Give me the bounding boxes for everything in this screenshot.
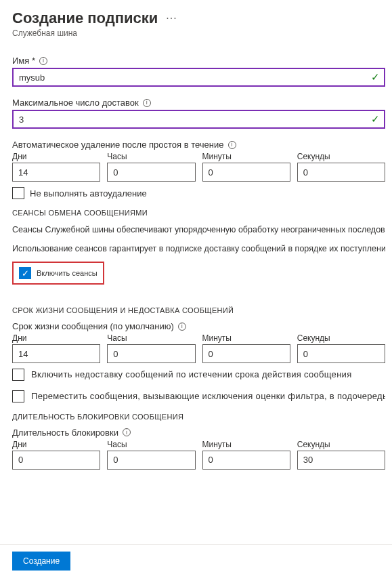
autodelete-seconds-input[interactable] — [297, 163, 385, 182]
deadletter-label: Включить недоставку сообщений по истечен… — [31, 369, 352, 381]
ttl-days-input[interactable] — [12, 344, 100, 363]
autodelete-label: Автоматическое удаление после простоя в … — [12, 140, 385, 150]
max-deliveries-label: Максимальное число доставок i — [12, 98, 385, 108]
seconds-label: Секунды — [297, 152, 385, 161]
info-icon[interactable]: i — [143, 99, 151, 107]
days-label: Дни — [12, 333, 100, 343]
enable-sessions-highlight: ✓ Включить сеансы — [12, 262, 104, 285]
info-icon[interactable]: i — [228, 141, 236, 149]
ttl-label: Срок жизни сообщения (по умолчанию) i — [12, 321, 385, 331]
autodelete-days-input[interactable] — [12, 163, 100, 182]
sessions-desc: Сеансы Служебной шины обеспечивают упоря… — [12, 224, 385, 236]
move-filter-label: Переместить сообщения, вызывающие исключ… — [31, 390, 385, 402]
no-autodelete-checkbox[interactable] — [12, 187, 24, 199]
lock-heading: ДЛИТЕЛЬНОСТЬ БЛОКИРОВКИ СООБЩЕНИЯ — [12, 413, 385, 421]
lock-seconds-input[interactable] — [297, 451, 385, 470]
info-icon[interactable]: i — [178, 323, 186, 331]
max-deliveries-input[interactable] — [12, 110, 385, 129]
sessions-desc: Использование сеансов гарантирует в подп… — [12, 243, 385, 255]
ttl-minutes-input[interactable] — [202, 344, 290, 363]
lock-label: Длительность блокировки i — [12, 428, 385, 438]
hours-label: Часы — [107, 440, 195, 449]
minutes-label: Минуты — [202, 333, 290, 343]
check-icon: ✓ — [371, 71, 380, 83]
move-filter-checkbox[interactable] — [12, 390, 24, 402]
more-icon[interactable]: ··· — [166, 12, 177, 24]
days-label: Дни — [12, 440, 100, 449]
page-subtitle: Служебная шина — [12, 28, 385, 38]
hours-label: Часы — [107, 152, 195, 161]
ttl-seconds-input[interactable] — [297, 344, 385, 363]
autodelete-hours-input[interactable] — [107, 163, 195, 182]
check-icon: ✓ — [371, 113, 380, 125]
info-icon[interactable]: i — [123, 428, 131, 436]
ttl-hours-input[interactable] — [107, 344, 195, 363]
sessions-heading: СЕАНСЫ ОБМЕНА СООБЩЕНИЯМИ — [12, 209, 385, 217]
seconds-label: Секунды — [297, 440, 385, 449]
enable-sessions-label: Включить сеансы — [37, 269, 97, 277]
minutes-label: Минуты — [202, 152, 290, 161]
days-label: Дни — [12, 152, 100, 161]
enable-sessions-checkbox[interactable]: ✓ — [19, 267, 31, 279]
info-icon[interactable]: i — [39, 57, 47, 65]
ttl-heading: СРОК ЖИЗНИ СООБЩЕНИЯ И НЕДОСТАВКА СООБЩЕ… — [12, 306, 385, 314]
seconds-label: Секунды — [297, 333, 385, 343]
no-autodelete-label: Не выполнять автоудаление — [30, 188, 147, 199]
name-input[interactable] — [12, 68, 385, 87]
lock-minutes-input[interactable] — [202, 451, 290, 470]
lock-hours-input[interactable] — [107, 451, 195, 470]
autodelete-minutes-input[interactable] — [202, 163, 290, 182]
name-label: Имя * i — [12, 56, 385, 66]
minutes-label: Минуты — [202, 440, 290, 449]
hours-label: Часы — [107, 333, 195, 343]
page-title: Создание подписки — [12, 9, 158, 27]
deadletter-checkbox[interactable] — [12, 369, 24, 381]
lock-days-input[interactable] — [12, 451, 100, 470]
